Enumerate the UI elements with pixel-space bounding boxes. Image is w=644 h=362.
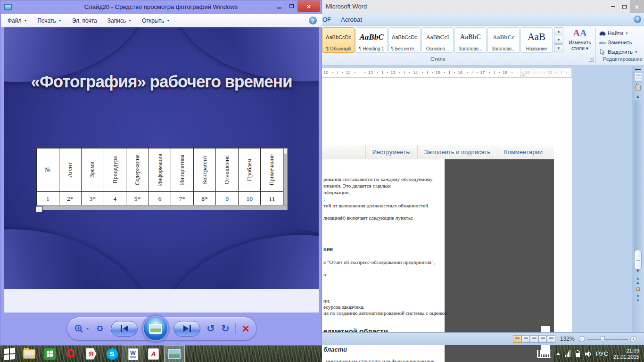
network-icon[interactable] <box>565 350 570 357</box>
view-ruler-toggle[interactable] <box>634 72 642 82</box>
taskbar-icon-opera[interactable]: O <box>60 346 81 362</box>
style-chip[interactable]: AaBbC ¶ Heading 1 <box>355 27 388 53</box>
taskbar-icon-skype[interactable]: S <box>102 346 123 362</box>
next-button[interactable] <box>173 321 200 337</box>
taskbar-icon-store[interactable] <box>40 346 60 362</box>
zoom-slider-track[interactable] <box>587 339 628 340</box>
next-page-button[interactable]: ▼▼ <box>632 294 644 303</box>
ruler-segment: 16 <box>456 70 479 75</box>
styles-dialog-launcher[interactable]: ↘ <box>589 57 594 62</box>
word-content-area: 10 11 12 13 14 15 16 17 18 19 20 <box>322 66 644 332</box>
menu-item[interactable]: Открыть▼ <box>142 17 170 24</box>
rotate-clockwise-button[interactable]: ↻ <box>221 323 230 334</box>
zoom-button[interactable]: ▼ <box>74 324 89 333</box>
zoom-percentage[interactable]: 132% <box>560 336 575 342</box>
pdf-text-line: тий от выполнения должностных обязанност… <box>323 203 429 208</box>
pdf-text-line: рования составляются по каждому обследуе… <box>323 176 433 182</box>
taskbar-icon-photos[interactable] <box>164 346 185 362</box>
vertical-scrollbar: ▲ ▼ ▲▲ ▼▼ <box>632 66 644 332</box>
ruler-indent-marker[interactable] <box>521 73 526 76</box>
delete-button[interactable]: × <box>242 324 249 333</box>
taskbar-icon-acrobat[interactable]: A <box>143 346 164 362</box>
menu-item[interactable]: Запись▼ <box>107 17 132 24</box>
actual-size-button[interactable] <box>95 324 105 333</box>
gallery-up-button[interactable]: ▲ <box>554 27 563 35</box>
previous-page-button[interactable]: ▲▲ <box>632 276 644 285</box>
web-layout-view-button[interactable] <box>530 335 538 343</box>
zoom-slider-thumb[interactable] <box>601 337 605 342</box>
language-indicator[interactable]: РУС <box>596 350 608 357</box>
draft-view-button[interactable] <box>547 335 555 343</box>
style-chip[interactable]: AaBbCcDc ¶ Без инте... <box>388 27 421 53</box>
pdf-toolbar-button[interactable]: Инструменты <box>365 145 417 159</box>
table-header-cell: Агент <box>59 148 82 191</box>
change-styles-icon: AA <box>565 28 594 38</box>
battery-icon[interactable] <box>576 351 580 357</box>
pdf-toolbar-button[interactable]: Комментарии <box>497 145 549 159</box>
pdf-toolbar-button[interactable]: Заполнить и подписать <box>417 145 497 159</box>
rotate-counterclockwise-button[interactable]: ↺ <box>206 323 215 334</box>
table-header-cell: Отношение <box>216 148 239 191</box>
select-button[interactable]: Выделить▼ <box>599 47 643 57</box>
menu-item[interactable]: Файл▼ <box>8 17 27 24</box>
start-button[interactable] <box>0 346 19 362</box>
word-restore-button[interactable] <box>619 0 630 13</box>
print-layout-view-button[interactable] <box>513 335 521 343</box>
zoom-in-button[interactable]: + <box>630 336 636 342</box>
word-minimize-button[interactable] <box>607 0 619 13</box>
outline-view-button[interactable] <box>538 335 547 343</box>
tab-partial[interactable]: OF <box>322 16 331 23</box>
replace-icon: abc <box>599 41 606 45</box>
style-chip[interactable]: АаВ Название <box>520 27 553 53</box>
show-hidden-icons-button[interactable] <box>556 353 560 355</box>
volume-icon[interactable] <box>585 351 591 357</box>
pv-maximize-button[interactable] <box>285 0 297 12</box>
word-status-bar: 132% − + <box>322 332 644 345</box>
photo-viewer-title-bar[interactable]: Слайд20 - Средство просмотра фотографий … <box>0 0 322 14</box>
taskbar-icon-yandex[interactable]: Я <box>81 346 102 362</box>
style-chip[interactable]: AaBbCc Заголово... <box>487 27 520 53</box>
binoculars-icon <box>599 31 606 36</box>
word-help-icon[interactable]: ? <box>634 16 641 23</box>
zoom-out-button[interactable]: − <box>579 336 585 342</box>
taskbar-icon-explorer[interactable] <box>19 346 40 362</box>
scroll-up-arrow[interactable]: ▲ <box>632 94 644 99</box>
style-chip[interactable]: AaBbCcI Основно... <box>421 27 454 53</box>
pv-help-icon[interactable]: ? <box>309 16 317 25</box>
play-slideshow-button[interactable] <box>143 316 168 341</box>
ruler-segment: 10 <box>322 70 345 75</box>
gallery-expand-button[interactable]: ▼ <box>554 44 563 52</box>
tab-acrobat[interactable]: Acrobat <box>341 16 362 23</box>
previous-button[interactable] <box>111 321 138 337</box>
split-handle[interactable] <box>635 69 641 70</box>
style-chip[interactable]: AaBbCcDc ¶ Обычный <box>322 27 355 53</box>
find-button[interactable]: Найти▼ <box>599 28 643 38</box>
taskbar-icon-word[interactable]: W <box>123 346 143 362</box>
pdf-text-line: мпании. Это делается с целью: <box>323 183 392 189</box>
replace-button[interactable]: abc Заменить <box>599 38 643 47</box>
pv-minimize-button[interactable] <box>273 0 285 12</box>
gallery-down-button[interactable]: ▼ <box>554 36 563 44</box>
scrollbar-thumb[interactable] <box>634 250 642 270</box>
menu-item[interactable]: Печать▼ <box>37 17 61 24</box>
ruler-margin-zone <box>520 68 572 77</box>
word-window-title: Microsoft Word <box>326 3 367 10</box>
scrollbar-track[interactable] <box>634 100 642 267</box>
zoom-dropdown-arrow[interactable]: ▼ <box>86 327 89 330</box>
pdf-text-line: лизацией) включает следующие пункты: <box>323 215 413 221</box>
menu-item[interactable]: Эл. почта▼ <box>72 17 97 24</box>
style-chip[interactable]: AaBbC Заголово... <box>454 27 487 53</box>
styles-gallery-scroll: ▲ ▼ ▼ <box>554 27 563 52</box>
browse-object-button[interactable] <box>636 287 640 291</box>
change-styles-button[interactable]: AA Изменить стили ▾ <box>565 28 594 58</box>
word-title-bar[interactable]: Microsoft Word × <box>322 0 644 13</box>
word-ribbon-tabs: OF Acrobat ? <box>322 13 644 26</box>
photo-viewer-window: Слайд20 - Средство просмотра фотографий … <box>0 0 322 346</box>
taskbar-clock[interactable]: 21:0921.01.2015 <box>613 348 639 360</box>
pv-close-button[interactable]: × <box>297 0 320 12</box>
word-close-button[interactable]: × <box>630 0 644 13</box>
table-header-cell: Проблем <box>239 148 261 191</box>
reading-view-button[interactable] <box>521 335 530 343</box>
touch-keyboard-icon[interactable] <box>537 350 551 358</box>
hand-tool-icon[interactable] <box>635 84 641 91</box>
